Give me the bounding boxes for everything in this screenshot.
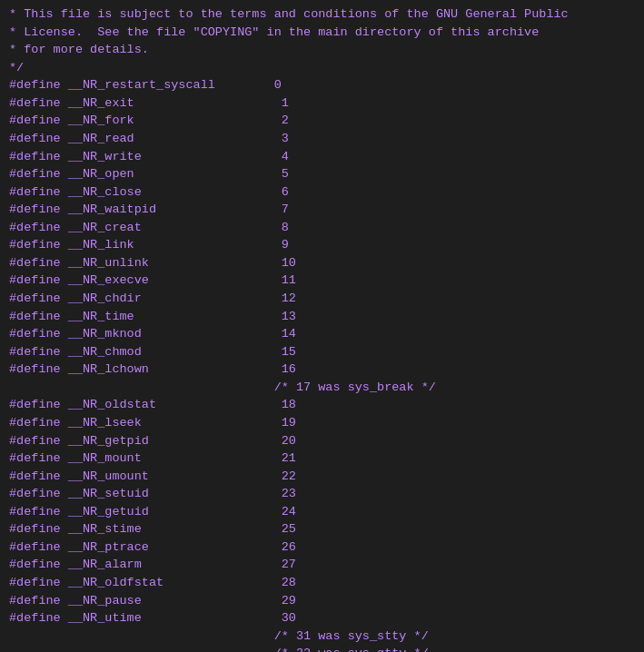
code-line: #define __NR_exit 1 xyxy=(9,94,635,113)
code-container: * This file is subject to the terms and … xyxy=(9,5,635,652)
code-line: /* 31 was sys_stty */ xyxy=(9,627,635,646)
code-line: #define __NR_link 9 xyxy=(9,236,635,254)
code-line: */ xyxy=(9,59,635,77)
code-line: #define __NR_mknod 14 xyxy=(9,325,635,343)
code-line: #define __NR_restart_syscall 0 xyxy=(9,76,635,94)
code-line: #define __NR_creat 8 xyxy=(9,219,635,237)
code-line: #define __NR_ptrace 26 xyxy=(9,538,635,557)
code-line: #define __NR_setuid 23 xyxy=(9,485,635,503)
code-line: #define __NR_umount 22 xyxy=(9,468,635,486)
code-line: * License. See the file "COPYING" in the… xyxy=(9,24,635,42)
code-line: #define __NR_oldstat 18 xyxy=(9,396,635,414)
code-line: #define __NR_mount 21 xyxy=(9,449,635,468)
code-line: #define __NR_oldfstat 28 xyxy=(9,574,635,592)
code-line: #define __NR_lseek 19 xyxy=(9,414,635,432)
code-line: #define __NR_chdir 12 xyxy=(9,290,635,308)
code-line: #define __NR_write 4 xyxy=(9,148,635,166)
code-line: #define __NR_execve 11 xyxy=(9,272,635,290)
code-line: #define __NR_getpid 20 xyxy=(9,432,635,450)
code-line: #define __NR_open 5 xyxy=(9,165,635,183)
code-line: #define __NR_alarm 27 xyxy=(9,556,635,574)
code-line: #define __NR_utime 30 xyxy=(9,609,635,627)
code-line: #define __NR_pause 29 xyxy=(9,592,635,610)
code-line: #define __NR_chmod 15 xyxy=(9,343,635,361)
code-line: #define __NR_read 3 xyxy=(9,130,635,148)
code-line: #define __NR_getuid 24 xyxy=(9,503,635,521)
code-line: /* 17 was sys_break */ xyxy=(9,379,635,397)
code-line: #define __NR_waitpid 7 xyxy=(9,201,635,219)
code-line: #define __NR_unlink 10 xyxy=(9,254,635,272)
code-line: #define __NR_close 6 xyxy=(9,183,635,202)
code-line: #define __NR_fork 2 xyxy=(9,112,635,130)
code-line: #define __NR_time 13 xyxy=(9,308,635,326)
code-line: /* 32 was sys_gtty */ xyxy=(9,645,635,652)
code-line: * for more details. xyxy=(9,41,635,59)
code-line: #define __NR_lchown 16 xyxy=(9,361,635,379)
code-line: #define __NR_stime 25 xyxy=(9,520,635,538)
code-line: * This file is subject to the terms and … xyxy=(9,5,635,24)
